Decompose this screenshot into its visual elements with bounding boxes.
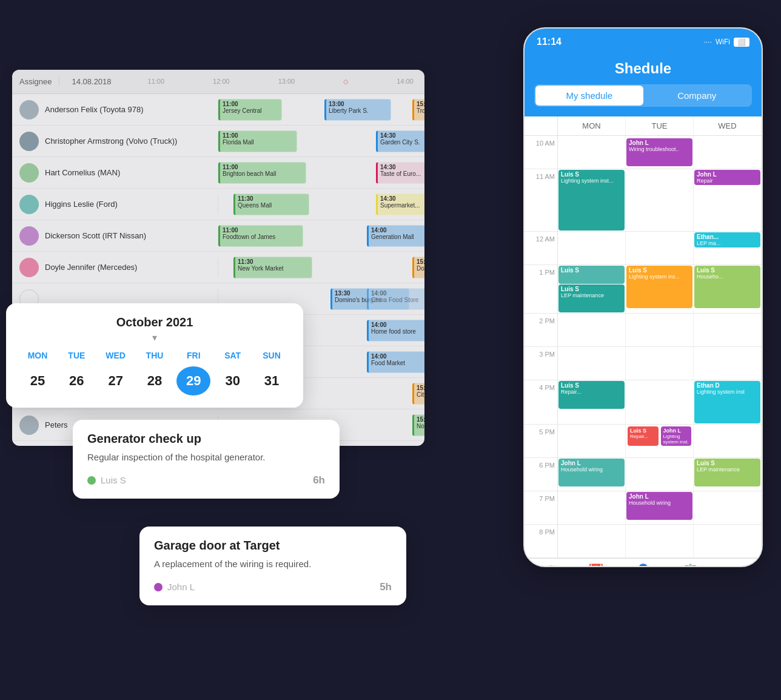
- event-block[interactable]: 14:30Taste of Euro...: [376, 162, 424, 184]
- assignee-name: Higgins Leslie (Ford): [45, 200, 118, 209]
- cal-event[interactable]: Luis S Repair...: [558, 381, 625, 409]
- status-bar: 11:14 ···· WiFi ⬜: [525, 29, 762, 55]
- tue-8pm: [626, 525, 694, 557]
- time-label: 3 PM: [525, 347, 558, 380]
- nav-tasks[interactable]: 📋 Tasks: [667, 564, 714, 567]
- cal-event[interactable]: Luis S Househo...: [694, 266, 760, 308]
- day-name-sun: SUN: [255, 351, 289, 360]
- event-block[interactable]: 15:00North Park Mall: [412, 414, 424, 436]
- tue-7pm: John L Household wiring: [626, 491, 694, 524]
- cal-day-29[interactable]: 29: [176, 366, 210, 395]
- event-block[interactable]: 14:00Home food store: [367, 320, 424, 342]
- my-shedule-tab[interactable]: My shedule: [535, 86, 643, 106]
- tasks-icon: 📋: [667, 564, 714, 567]
- nav-more[interactable]: ··· More: [714, 564, 762, 567]
- time-row-3pm: 3 PM: [525, 347, 762, 380]
- tue-6pm: [626, 458, 694, 491]
- schedule-row: Anderson Felix (Toyota 978) 11:00Jersey …: [12, 94, 424, 126]
- event-block[interactable]: 13:00Liberty Park S.: [324, 99, 391, 121]
- wed-7pm: [694, 491, 762, 524]
- event-block[interactable]: 15:00Don Salv...: [412, 257, 424, 278]
- event-block[interactable]: 14:30Supermarket...: [376, 194, 424, 215]
- cal-event[interactable]: John L Wiring troubleshoot..: [626, 138, 692, 166]
- nav-shedule[interactable]: 📅 Shedule: [572, 564, 619, 567]
- cal-event[interactable]: John L Repair: [694, 170, 760, 185]
- time-row-5pm: 5 PM Luis S Repair... John L Lighting sy…: [525, 425, 762, 458]
- time-row-2pm: 2 PM: [525, 314, 762, 347]
- schedule-row: Doyle Jennifer (Mercedes) 11:30New York …: [12, 252, 424, 283]
- cal-event[interactable]: John L Household wiring: [626, 492, 692, 520]
- wed-5pm: [694, 425, 762, 457]
- time-label: 5 PM: [525, 425, 558, 457]
- event-block[interactable]: 14:00Generation Mall: [367, 225, 424, 247]
- shedule-icon: 📅: [572, 564, 619, 567]
- day-name-wed: WED: [99, 351, 133, 360]
- calendar-day-headers: MON TUE WED: [525, 116, 762, 136]
- cal-event[interactable]: John L Household wiring: [558, 459, 625, 486]
- cal-event[interactable]: Luis S Lighting system inst...: [558, 170, 625, 231]
- event-block[interactable]: 15:00Tropica...: [412, 99, 424, 121]
- map-icon: 🗺️: [525, 564, 572, 567]
- card-generator-desc: Regular inspection of the hospital gener…: [87, 451, 325, 465]
- cal-day-26[interactable]: 26: [59, 366, 93, 395]
- mon-12am: [558, 232, 626, 264]
- more-icon: ···: [714, 564, 762, 567]
- cal-day-31[interactable]: 31: [255, 366, 289, 395]
- event-block[interactable]: 11:30New York Market: [233, 257, 312, 278]
- cal-event[interactable]: Luis S Repair...: [628, 426, 659, 446]
- cal-day-27[interactable]: 27: [99, 366, 133, 395]
- nav-map[interactable]: 🗺️ Map: [525, 564, 572, 567]
- assignee-info: Christopher Armstrong (Volvo (Truck)): [12, 132, 218, 151]
- assignee-info: Higgins Leslie (Ford): [12, 195, 218, 214]
- cal-event[interactable]: Luis S: [558, 266, 625, 284]
- event-block[interactable]: 11:30Queens Mall: [233, 194, 309, 215]
- phone-container: 11:14 ···· WiFi ⬜ Shedule My shedule Com…: [523, 27, 763, 567]
- person-name: John L: [167, 582, 195, 592]
- time-label: 12 AM: [525, 232, 558, 264]
- cal-event[interactable]: Ethan D Lighting system inst: [694, 381, 760, 423]
- mon-7pm: [558, 491, 626, 524]
- card-garage-desc: A replacement of the wiring is required.: [154, 557, 392, 571]
- cal-day-30[interactable]: 30: [216, 366, 250, 395]
- avatar: [19, 163, 39, 183]
- nav-status[interactable]: 👤 Status: [619, 564, 666, 567]
- wed-8pm: [694, 525, 762, 557]
- mini-cal-arrow[interactable]: ▾: [21, 332, 289, 343]
- cal-event[interactable]: Luis S Lighting system ins...: [626, 266, 692, 308]
- time-row-6pm: 6 PM John L Household wiring Luis S LEP …: [525, 458, 762, 491]
- event-block[interactable]: 11:00Jersey Central: [218, 99, 282, 121]
- event-block[interactable]: 11:00Florida Mall: [218, 130, 297, 152]
- view-toggle: My shedule Company: [534, 84, 752, 107]
- tue-10am: John L Wiring troubleshoot..: [626, 136, 694, 169]
- cal-event[interactable]: Luis S LEP maintenance: [558, 284, 625, 312]
- mon-1pm: Luis S Luis S LEP maintenance: [558, 265, 626, 313]
- time-label: 6 PM: [525, 458, 558, 491]
- time-row-8pm: 8 PM: [525, 525, 762, 558]
- tue-4pm: [626, 380, 694, 424]
- cal-event[interactable]: John L Lighting system inst.: [661, 426, 692, 446]
- event-block[interactable]: 14:00Food Market: [367, 351, 424, 373]
- schedule-row: Hart Cornelius (MAN) 11:00Brighton beach…: [12, 157, 424, 189]
- event-block[interactable]: 15:00City Mall: [412, 383, 424, 405]
- cal-event[interactable]: Luis S LEP maintenance: [694, 459, 760, 486]
- card-garage-title: Garage door at Target: [154, 539, 392, 553]
- cal-event[interactable]: Ethan... LEP ma...: [694, 232, 760, 247]
- event-block[interactable]: 14:30Garden City S.: [376, 130, 424, 152]
- assignee-info: Dickerson Scott (IRT Nissan): [12, 226, 218, 246]
- event-block[interactable]: 11:00Brighton beach Mall: [218, 162, 306, 184]
- avatar: [19, 226, 39, 246]
- company-tab[interactable]: Company: [643, 86, 751, 106]
- day-name-sat: SAT: [216, 351, 250, 360]
- event-block[interactable]: 11:00Foodtown of James: [218, 225, 303, 247]
- card-garage-person: John L: [154, 582, 195, 592]
- avatar: [19, 100, 39, 119]
- avatar: [19, 258, 39, 277]
- mon-8pm: [558, 525, 626, 557]
- status-time: 11:14: [537, 36, 561, 47]
- cal-day-28[interactable]: 28: [138, 366, 172, 395]
- calendar-body[interactable]: 10 AM John L Wiring troubleshoot.. 11 AM…: [525, 136, 762, 558]
- cal-day-25[interactable]: 25: [21, 366, 55, 395]
- tue-1pm: Luis S Lighting system ins...: [626, 265, 694, 313]
- event-block[interactable]: 14:00China Food Store: [367, 288, 424, 310]
- schedule-row: Christopher Armstrong (Volvo (Truck)) 11…: [12, 126, 424, 157]
